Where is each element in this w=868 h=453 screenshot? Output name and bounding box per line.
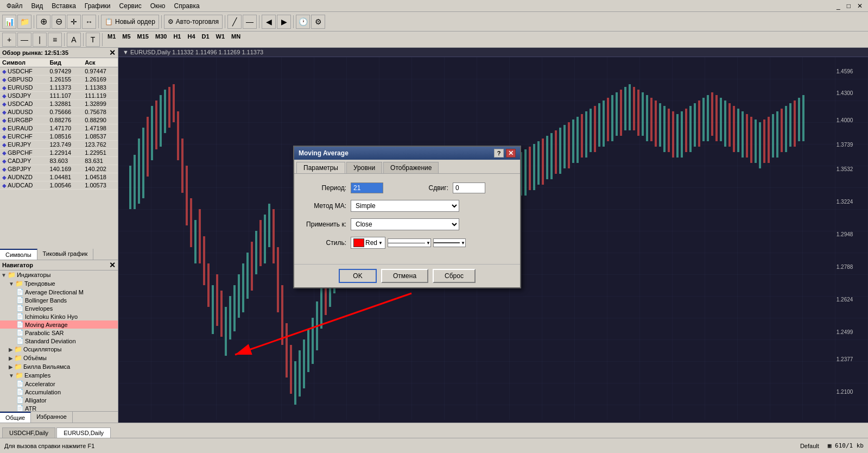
open-btn[interactable]: 📁 xyxy=(17,15,31,29)
close-btn[interactable]: ✕ xyxy=(854,2,866,10)
zoom-out-btn[interactable]: ⊖ xyxy=(52,15,66,29)
apply-select[interactable]: Close Open High Low Median Price Typical… xyxy=(351,218,459,230)
period-h4[interactable]: H4 xyxy=(185,33,198,47)
toolbar2-btn3[interactable]: | xyxy=(33,33,47,47)
market-row[interactable]: ◆EURCHF1.085161.08537 xyxy=(0,133,118,141)
market-row[interactable]: ◆EURUSD1.113731.11383 xyxy=(0,84,118,92)
tree-item-ma[interactable]: 📄 Moving Average xyxy=(0,320,118,329)
dialog-tab-params[interactable]: Параметры xyxy=(296,162,345,173)
tree-item-accel[interactable]: 📄 Accelerator xyxy=(0,380,118,388)
market-row[interactable]: ◆EURJPY123.749123.762 xyxy=(0,141,118,149)
period-d1[interactable]: D1 xyxy=(199,33,212,47)
toolbar2-btn5[interactable]: A xyxy=(67,33,81,47)
color-picker-btn[interactable]: Red ▼ xyxy=(351,237,385,249)
market-row[interactable]: ◆USDJPY111.107111.119 xyxy=(0,92,118,100)
period-m30[interactable]: M30 xyxy=(153,33,169,47)
market-row[interactable]: ◆GBPJPY140.169140.202 xyxy=(0,165,118,173)
menu-window[interactable]: Окно xyxy=(146,1,170,11)
period-w1[interactable]: W1 xyxy=(213,33,228,47)
shift-input[interactable] xyxy=(453,183,485,193)
symbol-icon: ◆ xyxy=(2,125,7,131)
market-row[interactable]: ◆AUDCAD1.005461.00573 xyxy=(0,181,118,190)
market-row[interactable]: ◆GBPCHF1.229141.22951 xyxy=(0,149,118,157)
menu-file[interactable]: Файл xyxy=(2,1,27,11)
tree-volumes[interactable]: ▶ 📁 Объёмы xyxy=(0,354,118,362)
market-row[interactable]: ◆USDCAD1.328811.32899 xyxy=(0,100,118,108)
reset-button[interactable]: Сброс xyxy=(433,269,476,283)
period-btn1[interactable]: ◀ xyxy=(262,15,276,29)
method-select[interactable]: Simple Exponential Smoothed Linear Weigh… xyxy=(351,200,459,212)
zoom-in-btn[interactable]: ⊕ xyxy=(36,15,50,29)
tab-symbols[interactable]: Символы xyxy=(0,249,37,260)
menu-view[interactable]: Вид xyxy=(27,1,48,11)
market-row[interactable]: ◆EURGBP0.882760.88290 xyxy=(0,116,118,124)
line-tool-btn[interactable]: ╱ xyxy=(227,15,242,29)
line-width-picker[interactable]: ▼ xyxy=(433,238,466,247)
market-row[interactable]: ◆AUDNZD1.044811.04518 xyxy=(0,173,118,181)
tree-bill-williams[interactable]: ▶ 📁 Билла Вильямса xyxy=(0,362,118,371)
auto-trade-btn[interactable]: ⚙ Авто-торговля xyxy=(164,15,223,29)
market-watch-close[interactable]: ✕ xyxy=(109,49,116,56)
ok-button[interactable]: OK xyxy=(339,269,377,283)
toolbar2-btn1[interactable]: + xyxy=(2,33,16,47)
tree-item-ich[interactable]: 📄 Ichimoku Kinko Hyo xyxy=(0,312,118,320)
minimize-btn[interactable]: _ xyxy=(833,2,844,10)
apply-row: Применить к: Close Open High Low Median … xyxy=(303,218,511,230)
scroll-btn[interactable]: ↔ xyxy=(82,15,96,29)
clock-btn[interactable]: 🕐 xyxy=(296,15,310,29)
tree-examples[interactable]: ▼ 📁 Examples xyxy=(0,371,118,380)
tree-item-bb[interactable]: 📄 Bollinger Bands xyxy=(0,296,118,304)
period-input[interactable] xyxy=(351,183,383,193)
menu-service[interactable]: Сервис xyxy=(115,1,146,11)
market-row[interactable]: ◆USDCHF0.974290.97447 xyxy=(0,67,118,76)
new-order-btn[interactable]: 📋 Новый ордер xyxy=(101,15,159,29)
crosshair-btn[interactable]: ✛ xyxy=(67,15,81,29)
dialog-tab-display[interactable]: Отображение xyxy=(383,162,439,173)
toolbar2-btn4[interactable]: ≡ xyxy=(48,33,62,47)
tree-trending[interactable]: ▼ 📁 Трендовые xyxy=(0,279,118,288)
cancel-button[interactable]: Отмена xyxy=(381,269,428,283)
new-chart-btn[interactable]: 📊 xyxy=(2,15,16,29)
navigator-close[interactable]: ✕ xyxy=(109,261,116,269)
tree-item-sd[interactable]: 📄 Standard Deviation xyxy=(0,337,118,345)
toolbar2-btn6[interactable]: T xyxy=(86,33,100,47)
menu-insert[interactable]: Вставка xyxy=(47,1,80,11)
maximize-btn[interactable]: □ xyxy=(844,2,854,10)
tree-oscillators[interactable]: ▶ 📁 Осцилляторы xyxy=(0,345,118,354)
svg-rect-117 xyxy=(576,117,579,163)
toolbar2-btn2[interactable]: — xyxy=(17,33,31,47)
hline-tool-btn[interactable]: — xyxy=(243,15,257,29)
tree-indicators[interactable]: ▼ 📁 Индикаторы xyxy=(0,270,118,279)
tab-favorites[interactable]: Избранное xyxy=(31,412,73,423)
tab-tick-chart[interactable]: Тиковый график xyxy=(37,249,94,260)
tree-item-env[interactable]: 📄 Envelopes xyxy=(0,304,118,312)
dialog-tab-levels[interactable]: Уровни xyxy=(346,162,382,173)
menu-help[interactable]: Справка xyxy=(170,1,204,11)
dialog-close-btn[interactable]: ✕ xyxy=(506,149,516,158)
market-row[interactable]: ◆GBPUSD1.261551.26169 xyxy=(0,76,118,84)
tree-item-alligator[interactable]: 📄 Alligator xyxy=(0,396,118,404)
tree-item-adm[interactable]: 📄 Average Directional M xyxy=(0,288,118,296)
market-row[interactable]: ◆EURAUD1.471701.47198 xyxy=(0,124,118,133)
chart-tab-eurusd[interactable]: EURUSD,Daily xyxy=(56,427,111,438)
tree-item-atr[interactable]: 📄 ATR xyxy=(0,404,118,411)
period-m5[interactable]: M5 xyxy=(119,33,133,47)
sep5 xyxy=(259,15,259,28)
tree-item-sar[interactable]: 📄 Parabolic SAR xyxy=(0,329,118,337)
period-mn[interactable]: MN xyxy=(229,33,243,47)
settings-btn[interactable]: ⚙ xyxy=(311,15,325,29)
svg-text:1.2948: 1.2948 xyxy=(837,231,853,237)
menu-charts[interactable]: Графики xyxy=(80,1,115,11)
line-style-picker[interactable]: ▼ xyxy=(388,238,431,247)
dialog-help-btn[interactable]: ? xyxy=(494,149,504,158)
period-h1[interactable]: H1 xyxy=(170,33,183,47)
tab-general[interactable]: Общие xyxy=(0,412,31,423)
period-m1[interactable]: M1 xyxy=(105,33,118,47)
tree-item-accum[interactable]: 📄 Accumulation xyxy=(0,388,118,396)
moving-average-dialog[interactable]: Moving Average ? ✕ Параметры Уровни Отоб… xyxy=(293,146,521,288)
period-btn2[interactable]: ▶ xyxy=(277,15,291,29)
market-row[interactable]: ◆AUDUSD0.756660.75678 xyxy=(0,108,118,116)
period-m15[interactable]: M15 xyxy=(135,33,151,47)
market-row[interactable]: ◆CADJPY83.60383.631 xyxy=(0,157,118,165)
chart-tab-usdchf[interactable]: USDCHF,Daily xyxy=(2,427,55,438)
